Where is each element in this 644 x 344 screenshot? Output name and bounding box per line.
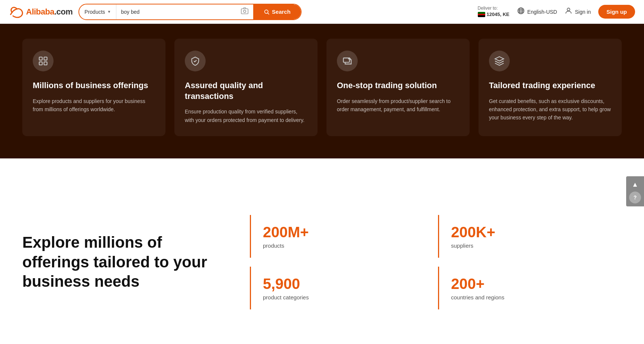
feature-title-1: Millions of business offerings bbox=[33, 80, 155, 91]
feature-title-3: One-stop trading solution bbox=[337, 80, 459, 91]
feature-icon-arrows bbox=[337, 51, 358, 71]
stat-number-products: 200M+ bbox=[263, 224, 417, 240]
stat-label-products: products bbox=[263, 242, 417, 249]
camera-icon[interactable] bbox=[241, 7, 249, 17]
header-right: Deliver to: 12045, KE English-USD bbox=[478, 5, 635, 19]
sign-in-label: Sign in bbox=[575, 9, 591, 15]
feature-icon-grid bbox=[33, 51, 54, 71]
stat-item-products: 200M+ products bbox=[250, 215, 429, 258]
feature-desc-2: Ensure production quality from verified … bbox=[185, 107, 307, 124]
kenya-flag-icon bbox=[478, 12, 485, 17]
stat-label-countries: countries and regions bbox=[451, 294, 605, 300]
help-button[interactable]: ? bbox=[629, 192, 641, 203]
chevron-down-icon: ▼ bbox=[107, 10, 111, 14]
stat-item-categories: 5,900 product categories bbox=[250, 267, 429, 309]
location-value: 12045, KE bbox=[487, 12, 509, 18]
svg-line-3 bbox=[268, 13, 269, 15]
search-category-dropdown[interactable]: Products ▼ bbox=[79, 4, 116, 19]
search-button-label: Search bbox=[272, 9, 290, 15]
location-info: 12045, KE bbox=[478, 12, 509, 18]
feature-title-2: Assured quality and transactions bbox=[185, 80, 307, 102]
scroll-up-button[interactable]: ▲ bbox=[630, 179, 640, 190]
stats-section: Explore millions of offerings tailored t… bbox=[0, 181, 644, 344]
person-icon bbox=[564, 7, 573, 17]
feature-card-tailored: Tailored trading experience Get curated … bbox=[479, 39, 622, 136]
feature-card-quality: Assured quality and transactions Ensure … bbox=[174, 39, 318, 136]
signup-button[interactable]: Sign up bbox=[598, 5, 635, 19]
feature-icon-layers bbox=[489, 51, 510, 71]
language-selector[interactable]: English-USD bbox=[517, 7, 557, 17]
feature-card-offerings: Millions of business offerings Explore p… bbox=[22, 39, 165, 136]
feature-desc-3: Order seamlessly from product/supplier s… bbox=[337, 97, 459, 114]
globe-icon bbox=[517, 7, 525, 17]
svg-marker-15 bbox=[495, 57, 503, 61]
svg-point-9 bbox=[567, 8, 570, 11]
stats-headline-text: Explore millions of offerings tailored t… bbox=[22, 234, 207, 290]
header: Alibaba.com Products ▼ Search bbox=[0, 0, 644, 24]
svg-rect-12 bbox=[39, 62, 42, 65]
search-input[interactable] bbox=[121, 9, 238, 15]
feature-title-4: Tailored trading experience bbox=[489, 80, 611, 91]
feature-icon-shield bbox=[185, 51, 206, 71]
svg-rect-10 bbox=[39, 57, 42, 60]
stat-label-categories: product categories bbox=[263, 294, 417, 300]
stat-label-suppliers: suppliers bbox=[451, 242, 605, 249]
signup-label: Sign up bbox=[606, 9, 627, 15]
deliver-label: Deliver to: bbox=[478, 6, 509, 12]
svg-rect-13 bbox=[44, 62, 47, 65]
logo-text: Alibaba.com bbox=[26, 7, 73, 17]
search-button[interactable]: Search bbox=[253, 4, 301, 19]
stat-number-countries: 200+ bbox=[451, 276, 605, 292]
search-bar: Products ▼ Search bbox=[78, 4, 302, 20]
svg-rect-11 bbox=[44, 57, 47, 60]
scroll-widget: ▲ ? bbox=[626, 176, 644, 206]
feature-desc-4: Get curated benefits, such as exclusive … bbox=[489, 97, 611, 122]
stat-item-suppliers: 200K+ suppliers bbox=[438, 215, 617, 258]
language-label: English-USD bbox=[527, 9, 557, 15]
stat-number-categories: 5,900 bbox=[263, 276, 417, 292]
features-section: Millions of business offerings Explore p… bbox=[0, 24, 644, 158]
sign-in-button[interactable]: Sign in bbox=[564, 7, 591, 17]
svg-point-2 bbox=[265, 10, 268, 13]
stat-item-countries: 200+ countries and regions bbox=[438, 267, 617, 309]
category-label: Products bbox=[84, 9, 105, 15]
logo[interactable]: Alibaba.com bbox=[9, 4, 73, 19]
stat-number-suppliers: 200K+ bbox=[451, 224, 605, 240]
deliver-to: Deliver to: 12045, KE bbox=[478, 6, 509, 17]
svg-rect-0 bbox=[241, 9, 248, 14]
stats-grid: 200M+ products 200K+ suppliers 5,900 pro… bbox=[245, 210, 622, 314]
feature-desc-1: Explore products and suppliers for your … bbox=[33, 97, 155, 114]
spacer bbox=[0, 158, 644, 181]
search-input-wrap bbox=[116, 7, 253, 17]
stats-headline: Explore millions of offerings tailored t… bbox=[22, 233, 216, 292]
svg-point-1 bbox=[244, 10, 246, 12]
feature-card-trading: One-stop trading solution Order seamless… bbox=[326, 39, 470, 136]
